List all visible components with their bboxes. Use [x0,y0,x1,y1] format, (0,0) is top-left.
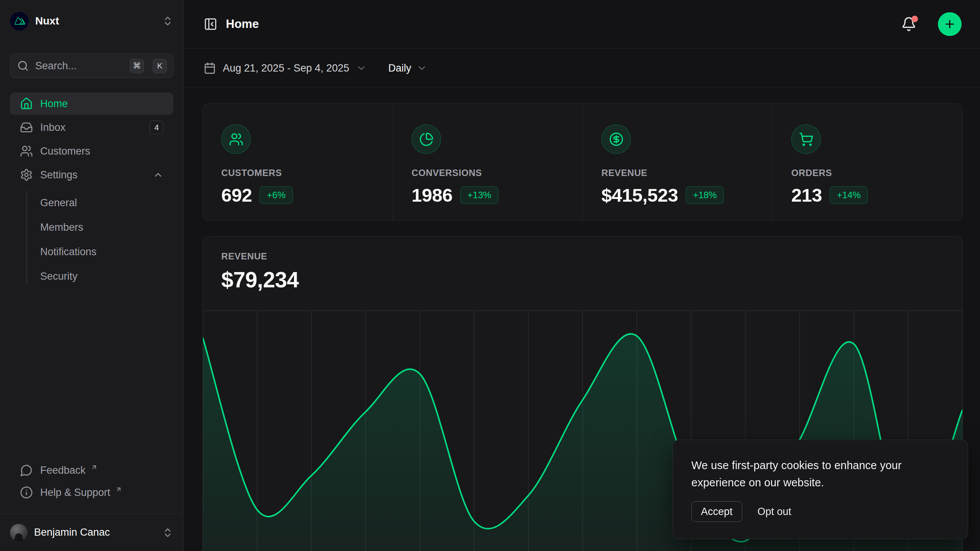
sidebar-item-label: Inbox [40,122,65,134]
user-menu[interactable]: Benjamin Canac [0,514,183,551]
kbd-cmd: ⌘ [130,59,144,73]
gear-icon [20,168,33,181]
stat-value: 1986 [412,184,452,206]
users-icon [221,124,251,154]
accept-cookies-button[interactable]: Accept [691,501,742,522]
sidebar-item-customers[interactable]: Customers [10,140,173,162]
sidebar-item-members[interactable]: Members [40,215,173,240]
users-icon [20,145,33,158]
stat-value: 692 [221,184,252,206]
dollar-circle-icon [601,124,631,154]
sidebar-item-home[interactable]: Home [10,93,173,115]
kbd-k: K [153,59,167,73]
cookie-message: We use first-party cookies to enhance yo… [691,457,949,491]
sidebar-item-label: Customers [40,145,90,157]
footer-link-label: Help & Support [40,487,110,499]
stat-delta-badge: +18% [686,186,724,204]
help-support-link[interactable]: Help & Support [10,481,173,504]
calendar-icon [204,62,216,74]
granularity-select[interactable]: Daily [388,62,427,74]
inbox-icon [20,121,33,134]
stat-delta-badge: +13% [460,186,498,204]
search-placeholder: Search... [35,60,121,72]
chevrons-up-down-icon [162,527,173,538]
granularity-value: Daily [388,62,411,74]
stat-delta-badge: +6% [260,186,293,204]
stat-label: CONVERSIONS [412,168,564,178]
user-name: Benjamin Canac [34,527,155,538]
sidebar-footer-links: Feedback Help & Support [0,459,183,514]
optout-cookies-button[interactable]: Opt out [758,506,792,518]
page-title: Home [226,17,893,31]
chevron-down-icon [356,63,367,73]
external-link-icon [91,464,98,471]
revenue-chart-label: REVENUE [221,251,944,262]
revenue-chart-total: $79,234 [221,267,944,292]
workspace-name: Nuxt [35,15,155,27]
nuxt-logo [10,12,29,31]
sidebar-item-label: Settings [40,169,78,181]
inbox-count-badge: 4 [150,121,163,134]
sidebar-item-inbox[interactable]: Inbox 4 [10,116,173,139]
sidebar-item-general[interactable]: General [40,191,173,215]
cookie-banner: We use first-party cookies to enhance yo… [673,440,968,539]
chevron-up-icon [153,170,163,180]
workspace-switcher[interactable]: Nuxt [0,0,183,42]
stat-card-conversions[interactable]: CONVERSIONS 1986 +13% [393,104,583,220]
chevrons-up-down-icon [162,15,173,27]
stat-label: ORDERS [791,168,944,178]
cart-icon [791,124,821,154]
date-range-picker[interactable]: Aug 21, 2025 - Sep 4, 2025 [204,62,367,74]
footer-link-label: Feedback [40,465,86,476]
stat-label: CUSTOMERS [221,168,374,178]
message-bubble-icon [20,464,33,477]
stat-card-customers[interactable]: CUSTOMERS 692 +6% [203,104,393,220]
notifications-bell-icon[interactable] [901,16,916,32]
sidebar-item-notifications[interactable]: Notifications [40,240,173,264]
external-link-icon [115,486,122,493]
stat-label: REVENUE [601,168,754,178]
notification-dot [911,16,918,22]
search-input[interactable]: Search... ⌘ K [10,54,173,78]
stat-delta-badge: +14% [830,186,868,204]
avatar [10,524,28,541]
chevron-down-icon [416,63,427,73]
pie-chart-icon [412,124,441,154]
stats-grid: CUSTOMERS 692 +6% CONVERSIONS 1986 +13% [203,103,963,221]
stat-value: 213 [791,184,822,206]
settings-sub-list: General Members Notifications Security [10,191,173,289]
sidebar-item-settings[interactable]: Settings [10,164,173,186]
add-button[interactable] [938,12,962,36]
sidebar-nav: Home Inbox 4 Customers Settings [0,93,183,289]
sidebar: Nuxt Search... ⌘ K Home Inbox 4 [0,0,184,551]
stat-card-revenue[interactable]: REVENUE $415,523 +18% [583,104,773,220]
feedback-link[interactable]: Feedback [10,459,173,481]
sidebar-item-security[interactable]: Security [40,264,173,289]
date-range-value: Aug 21, 2025 - Sep 4, 2025 [223,62,349,74]
filters-toolbar: Aug 21, 2025 - Sep 4, 2025 Daily [184,49,980,88]
search-icon [17,60,29,72]
info-circle-icon [20,486,33,499]
sidebar-item-label: Home [40,98,68,110]
collapse-sidebar-icon[interactable] [204,17,217,31]
stat-card-orders[interactable]: ORDERS 213 +14% [773,104,962,220]
page-header: Home [184,0,980,49]
stat-value: $415,523 [601,184,678,206]
home-icon [20,97,33,110]
